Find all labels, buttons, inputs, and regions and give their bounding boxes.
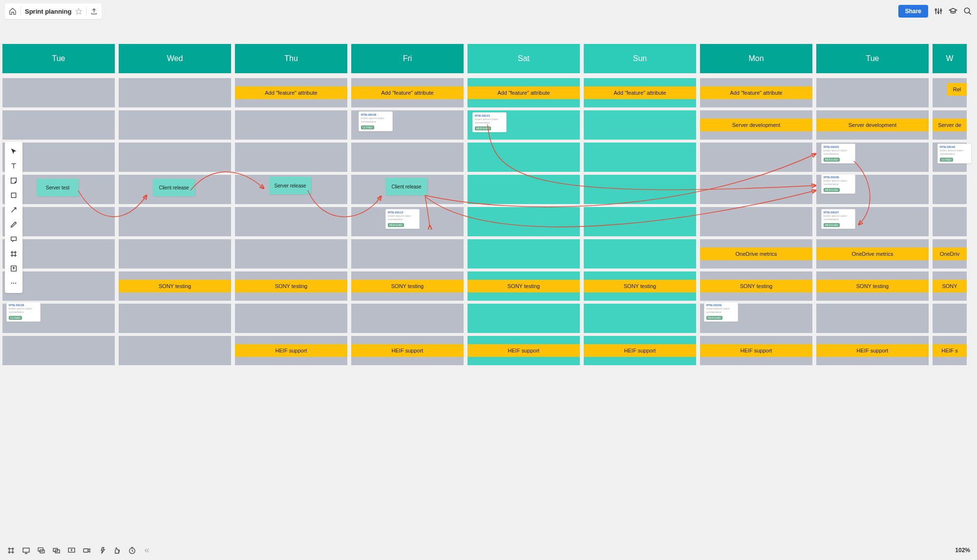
upload-tool[interactable] (6, 262, 21, 275)
share-button[interactable]: Share (898, 5, 928, 18)
grid-cell[interactable] (467, 304, 580, 333)
issue-card[interactable]: RTB-28140lorem ipsum dolorconsecteturCLO… (937, 144, 972, 164)
grid-cell[interactable] (2, 110, 115, 140)
issue-card[interactable]: RTB-29107lorem ipsum dolorconsecteturRES… (821, 209, 855, 229)
grid-cell[interactable] (351, 239, 464, 269)
sticky-note[interactable]: Client release (385, 178, 427, 195)
issue-card[interactable]: RTB-29105lorem ipsum dolorconsecteturRES… (821, 144, 855, 164)
task-bar[interactable]: SONY testing (119, 280, 231, 292)
grid-cell[interactable] (700, 207, 812, 236)
grid-cell[interactable] (584, 143, 696, 172)
sticky-note[interactable]: Server release (269, 177, 311, 194)
task-bar[interactable]: HEIF support (700, 344, 812, 357)
grid-cell[interactable] (351, 143, 464, 172)
grid-cell[interactable] (351, 304, 464, 333)
frame-tool[interactable] (6, 247, 21, 261)
grid-cell[interactable] (816, 304, 929, 333)
grid-cell[interactable] (119, 110, 231, 140)
task-bar[interactable]: Add "feature" attribute (351, 86, 464, 99)
grid-cell[interactable] (2, 78, 115, 107)
presentation-icon[interactable] (22, 546, 30, 555)
task-bar[interactable]: Add "feature" attribute (467, 86, 580, 99)
task-bar[interactable]: Rel (947, 83, 967, 96)
issue-card[interactable]: RTB-28138lorem ipsum dolorconsecteturCLO… (359, 111, 393, 131)
grid-cell[interactable] (700, 175, 812, 204)
task-bar[interactable]: HEIF s (933, 344, 967, 357)
task-bar[interactable]: OneDriv (933, 248, 967, 260)
grid-cell[interactable] (235, 110, 347, 140)
task-bar[interactable]: Add "feature" attribute (235, 86, 347, 99)
task-bar[interactable]: HEIF support (584, 344, 696, 357)
frames-icon[interactable] (7, 546, 15, 555)
grid-cell[interactable] (584, 304, 696, 333)
home-icon[interactable] (9, 7, 17, 15)
grid-cell[interactable] (933, 207, 967, 236)
issue-card[interactable]: RTB-29109lorem ipsum dolorconsecteturRES… (704, 302, 738, 322)
task-bar[interactable]: SONY testing (584, 280, 696, 292)
grid-cell[interactable] (584, 175, 696, 204)
grid-cell[interactable] (467, 175, 580, 204)
task-bar[interactable]: SONY testing (700, 280, 812, 292)
grid-cell[interactable] (119, 239, 231, 269)
sticky-note[interactable]: Client release (153, 179, 195, 196)
grid-cell[interactable] (235, 207, 347, 236)
sticky-tool[interactable] (6, 174, 21, 187)
export-icon[interactable] (90, 8, 98, 15)
task-bar[interactable]: HEIF support (351, 344, 464, 357)
task-bar[interactable]: HEIF support (816, 344, 929, 357)
task-bar[interactable]: SONY testing (467, 280, 580, 292)
task-bar[interactable]: HEIF support (467, 344, 580, 357)
task-bar[interactable]: OneDrive metrics (700, 248, 812, 260)
comments-icon[interactable] (37, 546, 45, 555)
task-bar[interactable]: OneDrive metrics (816, 248, 929, 260)
shape-tool[interactable] (6, 188, 21, 202)
grid-cell[interactable] (119, 78, 231, 107)
settings-icon[interactable] (934, 7, 943, 16)
grid-cell[interactable] (235, 143, 347, 172)
card-icon[interactable] (52, 546, 61, 555)
grid-cell[interactable] (584, 110, 696, 140)
pen-tool[interactable] (6, 218, 21, 231)
grid-cell[interactable] (2, 336, 115, 365)
issue-card[interactable]: RTB-28131lorem ipsum dolorconsecteturRES… (472, 112, 507, 132)
timer-icon[interactable] (128, 546, 136, 555)
grid-cell[interactable] (467, 143, 580, 172)
text-tool[interactable] (6, 159, 21, 173)
issue-card[interactable]: RTB-29108lorem ipsum dolorconsecteturRES… (821, 174, 855, 194)
task-bar[interactable]: Server de (933, 119, 967, 131)
grid-cell[interactable] (584, 207, 696, 236)
grid-cell[interactable] (816, 78, 929, 107)
activity-icon[interactable] (98, 546, 106, 555)
task-bar[interactable]: Server development (816, 119, 929, 131)
vote-icon[interactable] (113, 546, 121, 555)
arrow-tool[interactable] (6, 203, 21, 217)
task-bar[interactable]: SONY testing (351, 280, 464, 292)
task-bar[interactable]: Server development (700, 119, 812, 131)
grid-cell[interactable] (119, 304, 231, 333)
task-bar[interactable]: SONY (933, 280, 967, 292)
task-bar[interactable]: Add "feature" attribute (700, 86, 812, 99)
zoom-level[interactable]: 102% (955, 547, 970, 554)
grid-cell[interactable] (933, 304, 967, 333)
collapse-icon[interactable] (143, 547, 150, 554)
video-icon[interactable] (83, 546, 91, 555)
grid-cell[interactable] (467, 239, 580, 269)
task-bar[interactable]: Add "feature" attribute (584, 86, 696, 99)
select-tool[interactable] (6, 145, 21, 158)
task-bar[interactable]: SONY testing (235, 280, 347, 292)
grid-cell[interactable] (119, 336, 231, 365)
grid-cell[interactable] (119, 143, 231, 172)
grid-cell[interactable] (933, 175, 967, 204)
grid-cell[interactable] (235, 239, 347, 269)
issue-card[interactable]: RTB-29113lorem ipsum dolorconsecteturRES… (385, 209, 420, 229)
screen-share-icon[interactable] (67, 546, 76, 555)
grid-cell[interactable] (584, 239, 696, 269)
search-icon[interactable] (963, 7, 972, 16)
grid-cell[interactable] (119, 207, 231, 236)
task-bar[interactable]: SONY testing (816, 280, 929, 292)
star-icon[interactable] (75, 8, 82, 15)
comment-tool[interactable] (6, 232, 21, 246)
more-tools[interactable] (6, 276, 21, 290)
board-canvas[interactable]: TueWedThuFriSatSunMonTueWAdd "feature" a… (0, 44, 977, 533)
task-bar[interactable]: HEIF support (235, 344, 347, 357)
